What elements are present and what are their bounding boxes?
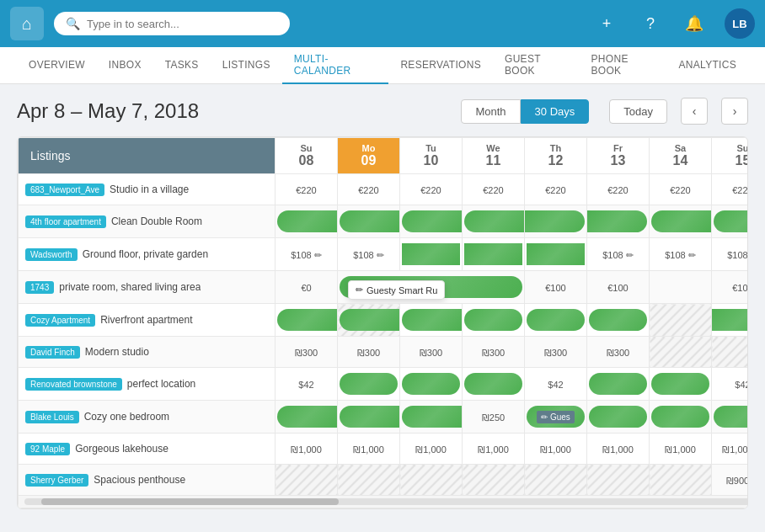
- search-icon: 🔍: [66, 17, 80, 30]
- nav-multi-calander[interactable]: MULTI-CALANDER: [282, 47, 389, 84]
- nav-listings[interactable]: LISTINGS: [211, 47, 282, 84]
- today-button[interactable]: Today: [609, 99, 667, 124]
- price-text: ₪1,000: [353, 444, 384, 455]
- search-input[interactable]: [87, 18, 255, 30]
- booking-bar[interactable]: ✏Guesty Smart Ru: [340, 276, 522, 298]
- price-cell: [525, 465, 587, 496]
- scrollbar-thumb[interactable]: [41, 498, 339, 505]
- calendar-header: Apr 8 – May 7, 2018 Month 30 Days Today …: [17, 98, 748, 125]
- listing-tag[interactable]: Cozy Apartment: [25, 314, 95, 327]
- booking-bar[interactable]: [651, 406, 709, 428]
- listing-tag[interactable]: Wadsworth: [25, 248, 78, 261]
- price-text: ₪1,000: [540, 444, 571, 455]
- booking-bar[interactable]: [277, 309, 338, 331]
- listing-tag[interactable]: Sherry Gerber: [25, 474, 88, 487]
- help-button[interactable]: ?: [637, 10, 664, 37]
- booking-bar[interactable]: [464, 210, 525, 232]
- price-cell: $108 ✏: [338, 238, 400, 271]
- booking-bar[interactable]: [589, 373, 647, 395]
- price-cell: [525, 205, 587, 238]
- booking-bar[interactable]: [527, 243, 585, 265]
- booking-bar[interactable]: [340, 309, 400, 331]
- booking-bar[interactable]: [402, 210, 463, 232]
- listing-cell: 1743 private room, shared living area: [19, 271, 276, 304]
- price-cell: [463, 205, 525, 238]
- nav-analytics[interactable]: ANALYTICS: [667, 47, 749, 84]
- price-text: $108 ✏: [291, 250, 322, 260]
- price-text: €0: [301, 283, 311, 293]
- price-cell: [463, 368, 525, 401]
- booking-bar[interactable]: ✏ Gues: [527, 406, 585, 428]
- listing-cell: 92 Maple Gorgeous lakehouse: [19, 434, 276, 465]
- table-row: 1743 private room, shared living area €0…: [19, 271, 749, 304]
- price-cell: ₪300: [400, 337, 463, 368]
- price-text: ₪300: [357, 348, 380, 358]
- price-cell: [276, 304, 338, 337]
- booking-bar[interactable]: [340, 406, 400, 428]
- listing-tag[interactable]: Renovated brownstone: [25, 378, 122, 391]
- listing-tag[interactable]: 1743: [25, 281, 54, 294]
- add-button[interactable]: +: [593, 10, 620, 37]
- price-text: ₪300: [544, 348, 567, 358]
- price-cell: [400, 304, 463, 337]
- price-text: ₪300: [420, 348, 442, 358]
- booking-bar[interactable]: [651, 210, 712, 232]
- price-cell: ₪1,000: [650, 434, 712, 465]
- booking-bar[interactable]: [402, 243, 460, 265]
- 30days-view-button[interactable]: 30 Days: [521, 99, 590, 124]
- booking-bar[interactable]: [464, 373, 522, 395]
- listing-cell: Renovated brownstone perfect location: [19, 368, 276, 401]
- price-text: ₪1,000: [415, 444, 447, 455]
- top-navbar: ⌂ 🔍 + ? 🔔 LB: [0, 0, 765, 47]
- price-cell: $108 ✏: [712, 238, 749, 271]
- month-view-button[interactable]: Month: [461, 99, 520, 124]
- nav-phone-book[interactable]: PHONE BOOK: [580, 47, 667, 84]
- nav-inbox[interactable]: INBOX: [97, 47, 153, 84]
- listing-tag[interactable]: David Finch: [25, 346, 80, 359]
- booking-bar[interactable]: [402, 373, 460, 395]
- price-cell: ₪1,000: [587, 434, 650, 465]
- next-arrow[interactable]: ›: [721, 98, 748, 125]
- booking-bar[interactable]: [714, 210, 748, 232]
- price-cell: ₪300: [463, 337, 525, 368]
- booking-bar[interactable]: [714, 406, 748, 428]
- booking-bar[interactable]: [525, 210, 586, 232]
- nav-overview[interactable]: OVERVIEW: [17, 47, 97, 84]
- logo-box[interactable]: ⌂: [10, 7, 44, 40]
- nav-guest-book[interactable]: GUEST BOOK: [493, 47, 580, 84]
- nav-tasks[interactable]: TASKS: [153, 47, 211, 84]
- listing-cell: David Finch Modern studio: [19, 337, 276, 368]
- listing-tag[interactable]: 4th floor apartment: [25, 215, 106, 228]
- nav-reservations[interactable]: RESERVATIONS: [388, 47, 493, 84]
- scrollbar-track[interactable]: [24, 498, 748, 505]
- booking-bar[interactable]: [277, 210, 338, 232]
- booking-bar[interactable]: [402, 309, 463, 331]
- prev-arrow[interactable]: ‹: [681, 98, 708, 125]
- booking-bar[interactable]: [527, 309, 585, 331]
- smart-popup[interactable]: ✏Guesty Smart Ru: [348, 280, 445, 300]
- booking-bar[interactable]: [464, 243, 522, 265]
- booking-bar[interactable]: [402, 406, 463, 428]
- avatar-button[interactable]: LB: [725, 8, 755, 39]
- listing-tag[interactable]: Blake Louis: [25, 411, 79, 423]
- day-header-15: Su 15: [712, 138, 749, 174]
- notifications-button[interactable]: 🔔: [681, 10, 708, 37]
- price-cell: €220: [400, 174, 463, 205]
- price-cell: ₪900 ✏: [712, 465, 749, 496]
- listing-name: Gorgeous lakehouse: [75, 443, 169, 455]
- listing-tag[interactable]: 683_Newport_Ave: [25, 184, 104, 196]
- day-header-13: Fr 13: [587, 138, 650, 174]
- booking-bar[interactable]: [277, 406, 338, 428]
- booking-bar[interactable]: [712, 309, 749, 331]
- price-cell: €220: [525, 174, 587, 205]
- booking-bar[interactable]: [340, 373, 398, 395]
- listing-tag[interactable]: 92 Maple: [25, 443, 70, 455]
- booking-bar[interactable]: [589, 406, 647, 428]
- booking-bar[interactable]: [589, 309, 647, 331]
- price-cell: [338, 304, 400, 337]
- booking-bar[interactable]: [464, 309, 522, 331]
- booking-bar[interactable]: [651, 373, 709, 395]
- booking-bar[interactable]: [340, 210, 400, 232]
- booking-bar[interactable]: [587, 210, 648, 232]
- gues-badge[interactable]: ✏ Gues: [537, 411, 575, 423]
